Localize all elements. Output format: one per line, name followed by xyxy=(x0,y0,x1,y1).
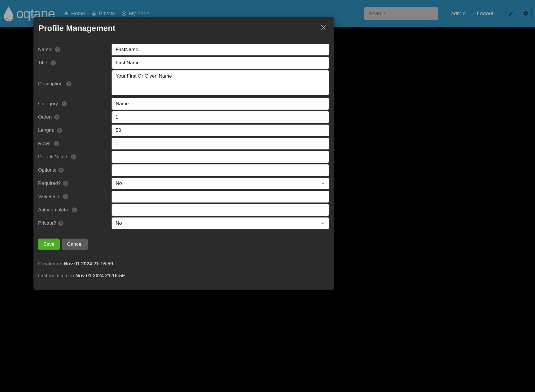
label-rows: Rows: ? xyxy=(38,138,111,150)
label-name: Name: ? xyxy=(38,44,111,56)
help-icon[interactable]: ? xyxy=(63,181,68,186)
chevron-down-icon xyxy=(320,221,325,226)
help-icon[interactable]: ? xyxy=(57,128,62,133)
help-icon[interactable]: ? xyxy=(62,101,67,106)
input-autocomplete[interactable] xyxy=(111,204,329,216)
nav-links: Home Private My Page xyxy=(64,11,149,17)
help-icon[interactable]: ? xyxy=(59,168,64,173)
modified-date: Nov 01 2024 21:16:59 xyxy=(75,273,125,278)
chevron-down-icon xyxy=(320,181,325,186)
target-icon xyxy=(121,11,127,16)
input-length[interactable] xyxy=(111,124,329,136)
modal-title: Profile Management xyxy=(39,24,115,33)
select-private-value: No xyxy=(116,220,122,226)
settings-button[interactable] xyxy=(520,8,532,19)
input-options[interactable] xyxy=(111,164,329,176)
label-order: Order: ? xyxy=(38,111,111,123)
nav-home[interactable]: Home xyxy=(64,11,85,17)
label-category: Category: ? xyxy=(38,98,111,110)
input-validation[interactable] xyxy=(111,191,329,203)
label-private: Private? ? xyxy=(38,217,111,229)
select-private[interactable]: No xyxy=(111,217,329,229)
modified-prefix: Last modified on xyxy=(38,273,75,278)
edit-button[interactable] xyxy=(506,8,517,19)
modal-body: Name: ? Title: ? Description: ? Your Fir… xyxy=(33,39,334,232)
nav-mypage[interactable]: My Page xyxy=(121,11,149,17)
home-icon xyxy=(64,11,69,16)
search-box[interactable] xyxy=(364,7,438,20)
select-required-value: No xyxy=(116,181,122,186)
help-icon[interactable]: ? xyxy=(71,154,76,160)
nav-private[interactable]: Private xyxy=(91,11,115,17)
help-icon[interactable]: ? xyxy=(63,194,68,199)
help-icon[interactable]: ? xyxy=(72,207,77,213)
label-required: Required? ? xyxy=(38,177,111,190)
nav-home-label: Home xyxy=(71,11,85,17)
user-admin-link[interactable]: admin xyxy=(451,10,466,17)
label-title: Title: ? xyxy=(38,57,111,69)
select-required[interactable]: No xyxy=(111,177,329,190)
lock-icon xyxy=(91,11,97,16)
nav-mypage-label: My Page xyxy=(129,11,149,17)
svg-point-1 xyxy=(123,13,125,14)
label-validation: Validation: ? xyxy=(38,191,111,203)
created-prefix: Created on xyxy=(38,261,64,267)
input-order[interactable] xyxy=(111,111,329,123)
modal-meta: Created on Nov 01 2024 21:16:59 Last mod… xyxy=(33,250,334,282)
profile-management-modal: Profile Management Name: ? Title: ? Desc… xyxy=(33,17,334,290)
help-icon[interactable]: ? xyxy=(55,47,60,52)
input-category[interactable] xyxy=(111,98,329,110)
input-description[interactable]: Your First Or Given Name xyxy=(111,70,329,95)
help-icon[interactable]: ? xyxy=(66,81,72,86)
input-default[interactable] xyxy=(111,151,329,163)
modal-actions: Save Cancel xyxy=(33,232,334,250)
search-input[interactable] xyxy=(369,11,436,17)
modal-close-button[interactable] xyxy=(318,23,329,33)
input-rows[interactable] xyxy=(111,138,329,150)
save-button[interactable]: Save xyxy=(38,239,60,250)
nav-private-label: Private xyxy=(99,11,115,17)
logo-drop-icon xyxy=(3,5,14,22)
help-icon[interactable]: ? xyxy=(51,60,56,65)
gear-icon xyxy=(523,11,529,16)
created-date: Nov 01 2024 21:16:59 xyxy=(64,261,113,267)
help-icon[interactable]: ? xyxy=(54,115,59,120)
pencil-icon xyxy=(508,11,514,16)
label-autocomplete: Autocomplete: ? xyxy=(38,204,111,216)
input-name[interactable] xyxy=(111,44,329,56)
input-title[interactable] xyxy=(111,57,329,69)
logout-link[interactable]: Logout xyxy=(477,10,493,17)
label-options: Options: ? xyxy=(38,164,111,176)
label-default: Default Value: ? xyxy=(38,151,111,163)
cancel-button[interactable]: Cancel xyxy=(62,239,88,250)
label-description: Description: ? xyxy=(38,70,111,97)
close-icon xyxy=(320,24,326,31)
user-links: admin Logout xyxy=(451,10,493,17)
help-icon[interactable]: ? xyxy=(54,141,59,146)
help-icon[interactable]: ? xyxy=(58,221,63,226)
modal-header: Profile Management xyxy=(33,17,334,39)
label-length: Length: ? xyxy=(38,124,111,136)
